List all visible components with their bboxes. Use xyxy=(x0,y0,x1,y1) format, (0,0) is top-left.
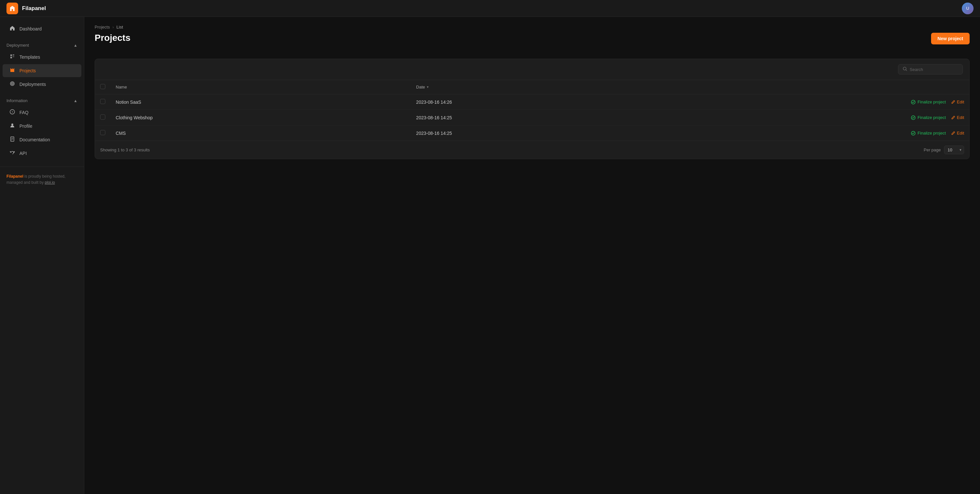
table-footer: Showing 1 to 3 of 3 results Per page 10 … xyxy=(95,141,969,159)
search-icon xyxy=(903,67,907,72)
app-title: Filapanel xyxy=(22,5,46,12)
information-section-label: Information xyxy=(6,98,27,103)
sidebar-item-deployments[interactable]: Deployments xyxy=(3,78,81,91)
per-page-select-wrapper: 10 25 50 100 xyxy=(944,145,964,154)
table-toolbar xyxy=(95,59,969,80)
topbar: Filapanel U xyxy=(0,0,980,17)
row-date-1: 2023-08-16 14:25 xyxy=(411,110,625,126)
breadcrumb-parent[interactable]: Projects xyxy=(95,25,110,30)
circle-check-icon xyxy=(911,131,915,135)
documentation-icon xyxy=(9,137,16,143)
row-name-2: CMS xyxy=(110,126,411,141)
edit-icon xyxy=(951,131,955,135)
faq-icon: ? xyxy=(9,109,16,116)
home-icon xyxy=(9,25,16,32)
per-page-select[interactable]: 10 25 50 100 xyxy=(944,145,964,154)
footer-brand: Filapanel xyxy=(6,174,23,178)
sidebar-item-templates[interactable]: Templates xyxy=(3,51,81,64)
search-wrapper xyxy=(898,64,963,75)
svg-point-11 xyxy=(14,151,15,152)
table-row: Clothing Webshop 2023-08-16 14:25 Finali… xyxy=(95,110,969,126)
sidebar-item-projects[interactable]: Projects xyxy=(3,64,81,77)
api-icon xyxy=(9,150,16,156)
per-page-wrapper: Per page 10 25 50 100 xyxy=(924,145,964,154)
row-checkbox-cell xyxy=(95,94,110,110)
sidebar: Dashboard Deployment ▲ Templates Project… xyxy=(0,17,84,494)
svg-line-13 xyxy=(906,70,907,71)
profile-label: Profile xyxy=(19,123,32,129)
svg-point-10 xyxy=(10,151,11,152)
row-checkbox-0[interactable] xyxy=(100,99,105,104)
edit-icon xyxy=(951,100,955,104)
name-column-header: Name xyxy=(110,80,411,94)
sidebar-item-documentation[interactable]: Documentation xyxy=(3,133,81,146)
new-project-button[interactable]: New project xyxy=(931,33,970,45)
projects-label: Projects xyxy=(19,68,36,73)
finalize-button-0[interactable]: Finalize project xyxy=(911,99,946,104)
date-sort-icon: ▾ xyxy=(427,85,429,89)
row-checkbox-2[interactable] xyxy=(100,130,105,135)
date-column-header[interactable]: Date ▾ xyxy=(411,80,625,94)
sidebar-item-faq[interactable]: ? FAQ xyxy=(3,106,81,119)
row-actions-0: Finalize project Edit xyxy=(625,94,969,110)
select-all-header xyxy=(95,80,110,94)
templates-icon xyxy=(9,54,16,60)
projects-icon xyxy=(9,67,16,74)
information-chevron-icon: ▲ xyxy=(73,99,78,103)
main-layout: Dashboard Deployment ▲ Templates Project… xyxy=(0,17,980,494)
sidebar-item-api[interactable]: API xyxy=(3,147,81,160)
projects-table: Name Date ▾ Notion Sa xyxy=(95,80,969,141)
row-name-0: Notion SaaS xyxy=(110,94,411,110)
row-checkbox-cell xyxy=(95,126,110,141)
table-row: Notion SaaS 2023-08-16 14:26 Finalize pr… xyxy=(95,94,969,110)
svg-point-2 xyxy=(12,83,13,84)
row-checkbox-cell xyxy=(95,110,110,126)
footer-link[interactable]: ploi.io xyxy=(45,180,55,185)
row-actions-1: Finalize project Edit xyxy=(625,110,969,126)
dashboard-label: Dashboard xyxy=(19,26,42,32)
edit-button-1[interactable]: Edit xyxy=(951,115,964,120)
circle-check-icon xyxy=(911,115,915,120)
row-actions-2: Finalize project Edit xyxy=(625,126,969,141)
faq-label: FAQ xyxy=(19,110,29,115)
information-section-header[interactable]: Information ▲ xyxy=(0,94,84,105)
footer-text: Filapanel is proudly being hosted, manag… xyxy=(6,174,78,186)
deployments-icon xyxy=(9,81,16,88)
row-checkbox-1[interactable] xyxy=(100,115,105,120)
deployment-chevron-icon: ▲ xyxy=(73,43,78,48)
api-label: API xyxy=(19,151,27,156)
breadcrumb-separator: › xyxy=(113,25,114,30)
breadcrumb: Projects › List xyxy=(95,25,970,30)
page-title: Projects xyxy=(95,33,130,43)
documentation-label: Documentation xyxy=(19,137,50,142)
svg-point-5 xyxy=(11,123,13,126)
row-date-0: 2023-08-16 14:26 xyxy=(411,94,625,110)
per-page-label: Per page xyxy=(924,148,941,152)
page-header: Projects New project xyxy=(95,33,970,51)
select-all-checkbox[interactable] xyxy=(100,84,105,89)
deployments-label: Deployments xyxy=(19,82,46,87)
profile-icon xyxy=(9,123,16,129)
finalize-button-2[interactable]: Finalize project xyxy=(911,131,946,135)
circle-check-icon xyxy=(911,100,915,104)
row-date-2: 2023-08-16 14:25 xyxy=(411,126,625,141)
main-content: Projects › List Projects New project xyxy=(84,17,980,494)
finalize-button-1[interactable]: Finalize project xyxy=(911,115,946,120)
edit-button-2[interactable]: Edit xyxy=(951,131,964,135)
breadcrumb-current: List xyxy=(116,25,123,30)
sidebar-item-dashboard[interactable]: Dashboard xyxy=(3,22,81,35)
row-name-1: Clothing Webshop xyxy=(110,110,411,126)
sidebar-footer: Filapanel is proudly being hosted, manag… xyxy=(0,167,84,192)
sidebar-item-profile[interactable]: Profile xyxy=(3,120,81,132)
table-header-row: Name Date ▾ xyxy=(95,80,969,94)
svg-text:?: ? xyxy=(11,110,13,114)
user-avatar[interactable]: U xyxy=(962,3,974,14)
table-row: CMS 2023-08-16 14:25 Finalize project xyxy=(95,126,969,141)
actions-column-header xyxy=(625,80,969,94)
edit-button-0[interactable]: Edit xyxy=(951,99,964,104)
app-logo xyxy=(6,3,18,14)
search-input[interactable] xyxy=(910,67,958,72)
edit-icon xyxy=(951,115,955,120)
deployment-section-header[interactable]: Deployment ▲ xyxy=(0,38,84,49)
results-text: Showing 1 to 3 of 3 results xyxy=(100,148,150,152)
